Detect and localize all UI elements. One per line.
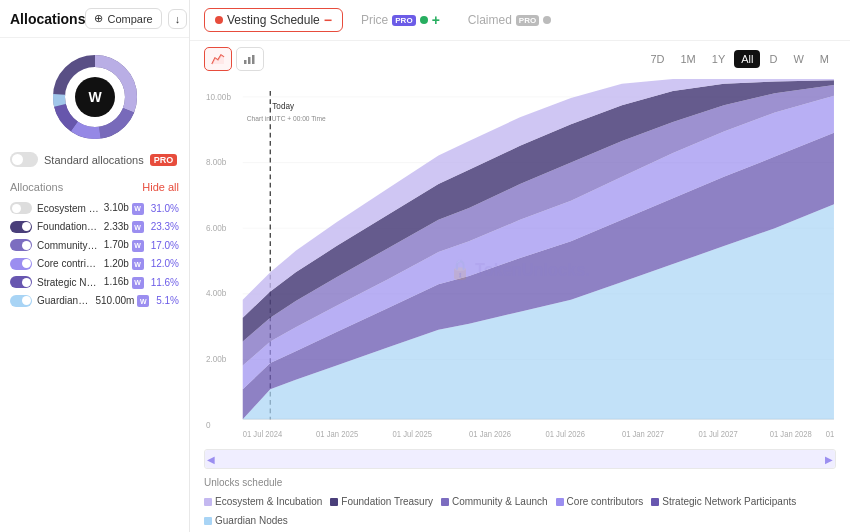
svg-text:01 Jul 2024: 01 Jul 2024: [243, 428, 283, 439]
legend-dot-5: [204, 517, 212, 525]
alloc-pct-2: 17.0%: [151, 240, 179, 251]
vesting-minus-icon: −: [324, 13, 332, 27]
alloc-item: Ecosystem & ...3.10b W31.0%: [10, 199, 179, 218]
chart-toolbar: 7D 1M 1Y All D W M: [190, 41, 850, 71]
legend-dot-1: [330, 498, 338, 506]
hide-all-button[interactable]: Hide all: [142, 181, 179, 193]
svg-text:8.00b: 8.00b: [206, 156, 226, 167]
alloc-toggle-3[interactable]: [10, 258, 32, 270]
legend-dot-4: [651, 498, 659, 506]
time-7d[interactable]: 7D: [643, 50, 671, 68]
alloc-amount-1: 2.33b W: [104, 221, 144, 234]
alloc-toggle-1[interactable]: [10, 221, 32, 233]
alloc-item: Strategic Net...1.16b W11.6%: [10, 273, 179, 292]
alloc-toggle-2[interactable]: [10, 239, 32, 251]
svg-text:01 Jul 2027: 01 Jul 2027: [698, 428, 738, 439]
legend-label-1: Foundation Treasury: [341, 496, 433, 507]
svg-text:01 Jan 2028: 01 Jan 2028: [770, 428, 812, 439]
area-chart-button[interactable]: [204, 47, 232, 71]
legend-dot-3: [556, 498, 564, 506]
alloc-name-0: Ecosystem & ...: [37, 203, 99, 214]
download-button[interactable]: ↓: [168, 9, 188, 29]
svg-text:6.00b: 6.00b: [206, 222, 226, 233]
alloc-toggle-4[interactable]: [10, 276, 32, 288]
svg-text:01 Jul 2026: 01 Jul 2026: [545, 428, 585, 439]
w-badge: W: [132, 240, 144, 252]
time-1m[interactable]: 1M: [674, 50, 703, 68]
alloc-pct-0: 31.0%: [151, 203, 179, 214]
allocations-header: Allocations Hide all: [10, 181, 179, 193]
donut-chart: W: [0, 38, 189, 152]
donut-svg: W: [50, 52, 140, 142]
alloc-pct-1: 23.3%: [151, 221, 179, 232]
time-d[interactable]: D: [762, 50, 784, 68]
scrollbar-handle[interactable]: [205, 450, 835, 468]
alloc-item: Foundation Tr...2.33b W23.3%: [10, 218, 179, 237]
allocations-section-title: Allocations: [10, 181, 63, 193]
legend-item-4: Strategic Network Participants: [651, 496, 796, 507]
alloc-item: Core contribu...1.20b W12.0%: [10, 255, 179, 274]
tab-claimed[interactable]: Claimed PRO: [458, 9, 561, 31]
time-w[interactable]: W: [786, 50, 810, 68]
allocations-section: Allocations Hide all Ecosystem & ...3.10…: [0, 175, 189, 314]
top-nav: Vesting Schedule − Price PRO + Claimed P…: [190, 0, 850, 41]
svg-text:01 Jul 2025: 01 Jul 2025: [393, 428, 433, 439]
sidebar: Allocations ⊕ Compare ↓: [0, 0, 190, 532]
legend-label-0: Ecosystem & Incubation: [215, 496, 322, 507]
svg-text:01 Jul 20: 01 Jul 20: [826, 428, 836, 439]
time-1y[interactable]: 1Y: [705, 50, 732, 68]
allocations-list: Ecosystem & ...3.10b W31.0%Foundation Tr…: [10, 199, 179, 310]
alloc-amount-0: 3.10b W: [104, 202, 144, 215]
svg-text:4.00b: 4.00b: [206, 288, 226, 299]
w-badge: W: [137, 295, 149, 307]
sidebar-actions: ⊕ Compare ↓: [85, 8, 187, 29]
w-badge: W: [132, 221, 144, 233]
main-content: Vesting Schedule − Price PRO + Claimed P…: [190, 0, 850, 532]
alloc-toggle-0[interactable]: [10, 202, 32, 214]
alloc-amount-4: 1.16b W: [104, 276, 144, 289]
legend-item-5: Guardian Nodes: [204, 515, 288, 526]
compare-button[interactable]: ⊕ Compare: [85, 8, 161, 29]
price-plus-icon: +: [432, 13, 440, 27]
alloc-item: Community & ...1.70b W17.0%: [10, 236, 179, 255]
bar-chart-button[interactable]: [236, 47, 264, 71]
chart-legend: Unlocks schedule Ecosystem & IncubationF…: [190, 473, 850, 532]
chart-scrollbar[interactable]: ◀ ▶: [204, 449, 836, 469]
tab-vesting-schedule[interactable]: Vesting Schedule −: [204, 8, 343, 32]
price-pro-badge: PRO: [392, 15, 415, 26]
app-container: Allocations ⊕ Compare ↓: [0, 0, 850, 532]
scrollbar-left-arrow[interactable]: ◀: [207, 454, 215, 465]
alloc-name-3: Core contribu...: [37, 258, 99, 269]
legend-label-4: Strategic Network Participants: [662, 496, 796, 507]
svg-text:01 Jan 2027: 01 Jan 2027: [622, 428, 664, 439]
alloc-name-5: Guardian Nod...: [37, 295, 91, 306]
compare-icon: ⊕: [94, 12, 103, 25]
price-dot: [420, 16, 428, 24]
alloc-toggle-5[interactable]: [10, 295, 32, 307]
time-m[interactable]: M: [813, 50, 836, 68]
alloc-name-1: Foundation Tr...: [37, 221, 99, 232]
toggle-label: Standard allocations: [44, 154, 144, 166]
legend-label-2: Community & Launch: [452, 496, 548, 507]
standard-allocations-toggle[interactable]: [10, 152, 38, 167]
time-range-buttons: 7D 1M 1Y All D W M: [643, 50, 836, 68]
main-chart: 10.00b 8.00b 6.00b 4.00b 2.00b 0 01 Jul …: [204, 79, 836, 449]
tab-price[interactable]: Price PRO +: [351, 9, 450, 31]
time-all[interactable]: All: [734, 50, 760, 68]
scrollbar-right-arrow[interactable]: ▶: [825, 454, 833, 465]
claimed-pro-badge: PRO: [516, 15, 539, 26]
area-chart-icon: [211, 52, 225, 66]
sidebar-header: Allocations ⊕ Compare ↓: [0, 8, 189, 38]
alloc-name-2: Community & ...: [37, 240, 99, 251]
svg-text:Chart in UTC + 00:00 Time: Chart in UTC + 00:00 Time: [247, 113, 326, 123]
legend-label-5: Guardian Nodes: [215, 515, 288, 526]
alloc-pct-4: 11.6%: [151, 277, 179, 288]
alloc-amount-2: 1.70b W: [104, 239, 144, 252]
legend-header: Unlocks schedule: [204, 477, 282, 488]
chart-type-buttons: [204, 47, 264, 71]
svg-text:0: 0: [206, 419, 211, 430]
svg-text:🔒 TokenUnlocks.: 🔒 TokenUnlocks.: [450, 258, 589, 282]
vesting-dot: [215, 16, 223, 24]
bar-chart-icon: [243, 52, 257, 66]
svg-text:2.00b: 2.00b: [206, 353, 226, 364]
